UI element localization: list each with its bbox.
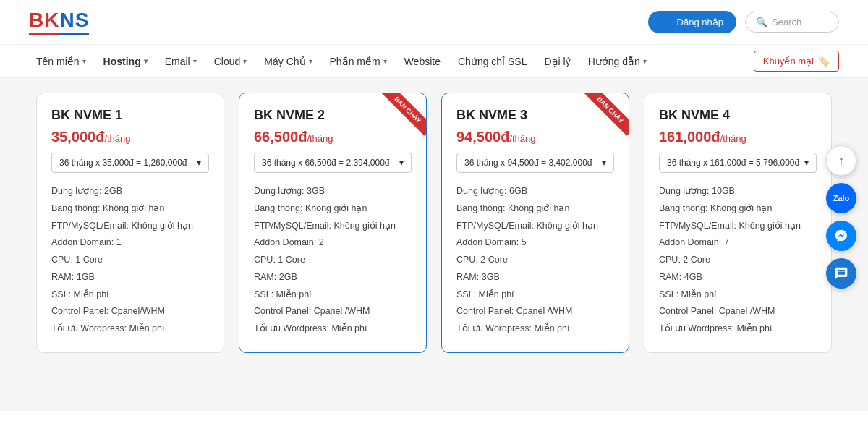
header: BKNS 👤 Đăng nhập 🔍 Search	[0, 0, 868, 45]
plan-name: BK NVME 1	[51, 108, 209, 123]
promo-label: Khuyến mại	[763, 56, 814, 67]
plan-period-selector[interactable]: 36 tháng x 35,000đ = 1,260,000đ ▾	[51, 153, 209, 173]
nav-label-phan-mem: Phần mềm	[330, 56, 380, 67]
feature-item: CPU: 2 Core	[456, 252, 614, 269]
chat-button[interactable]	[826, 258, 856, 289]
chevron-ten-mien: ▾	[82, 57, 86, 65]
feature-item: Tối ưu Wordpress: Miễn phí	[456, 320, 614, 338]
search-icon: 🔍	[756, 17, 767, 27]
nav-label-hosting: Hosting	[103, 56, 141, 67]
feature-item: SSL: Miễn phí	[254, 286, 412, 304]
feature-item: RAM: 4GB	[659, 269, 817, 286]
feature-item: RAM: 1GB	[51, 269, 209, 286]
feature-item: FTP/MySQL/Email: Không giới hạn	[254, 218, 412, 235]
feature-item: Băng thông: Không giới hạn	[659, 200, 817, 218]
feature-item: Dung lượng: 6GB	[456, 183, 614, 200]
plan-price: 161,000đ/tháng	[659, 129, 817, 145]
nav-label-website: Website	[404, 56, 441, 67]
logo-container: BKNS	[29, 9, 89, 35]
period-text: 36 tháng x 161,000đ = 5,796,000đ	[667, 158, 799, 168]
nav-item-phan-mem[interactable]: Phần mềm ▾	[323, 51, 394, 72]
plan-period-selector[interactable]: 36 tháng x 66,500đ = 2,394,000đ ▾	[254, 153, 412, 173]
feature-item: Addon Domain: 5	[456, 234, 614, 252]
period-chevron: ▾	[804, 158, 809, 168]
feature-item: Control Panel: Cpanel/WHM	[51, 303, 209, 320]
feature-item: Tối ưu Wordpress: Miễn phí	[254, 320, 412, 338]
nav-item-ssl[interactable]: Chứng chỉ SSL	[451, 51, 535, 72]
period-chevron: ▾	[197, 158, 201, 168]
plan-features-list: Dung lượng: 2GBBăng thông: Không giới hạ…	[51, 183, 209, 338]
period-text: 36 tháng x 35,000đ = 1,260,000đ	[59, 158, 187, 168]
logo-ns: NS	[59, 9, 89, 31]
nav-item-hosting[interactable]: Hosting ▾	[96, 51, 155, 72]
logo-underline	[29, 33, 89, 35]
nav-label-huong-dan: Hướng dẫn	[588, 56, 640, 67]
feature-item: Dung lượng: 10GB	[659, 183, 817, 200]
feature-item: Addon Domain: 7	[659, 234, 817, 252]
messenger-button[interactable]	[826, 221, 856, 251]
feature-item: Control Panel: Cpanel /WHM	[456, 303, 614, 320]
header-right: 👤 Đăng nhập 🔍 Search	[648, 11, 839, 33]
zalo-button[interactable]: Zalo	[826, 183, 856, 213]
feature-item: Control Panel: Cpanel /WHM	[659, 303, 817, 320]
plan-features-list: Dung lượng: 3GBBăng thông: Không giới hạ…	[254, 183, 412, 338]
nav-item-huong-dan[interactable]: Hướng dẫn ▾	[581, 51, 654, 72]
period-chevron: ▾	[399, 158, 404, 168]
float-sidebar: ↑ Zalo	[826, 145, 856, 289]
feature-item: SSL: Miễn phí	[456, 286, 614, 304]
badge-ban-chay	[578, 93, 629, 144]
period-text: 36 tháng x 94,500đ = 3,402,000đ	[464, 158, 592, 168]
chevron-email: ▾	[193, 57, 197, 65]
nav-item-may-chu[interactable]: Máy Chủ ▾	[257, 51, 319, 72]
promo-button[interactable]: Khuyến mại 🏷️	[754, 51, 839, 72]
feature-item: RAM: 3GB	[456, 269, 614, 286]
nav-label-dai-ly: Đại lý	[544, 56, 570, 67]
feature-item: Băng thông: Không giới hạn	[254, 200, 412, 218]
plan-card-nvme1: BK NVME 1 35,000đ/tháng 36 tháng x 35,00…	[36, 93, 224, 353]
plan-price-unit: /tháng	[509, 133, 535, 144]
scroll-up-button[interactable]: ↑	[826, 145, 856, 176]
feature-item: Tối ưu Wordpress: Miễn phí	[659, 320, 817, 338]
feature-item: CPU: 1 Core	[254, 252, 412, 269]
feature-item: Băng thông: Không giới hạn	[51, 200, 209, 218]
feature-item: CPU: 2 Core	[659, 252, 817, 269]
chevron-may-chu: ▾	[309, 57, 312, 65]
nav-item-website[interactable]: Website	[397, 51, 448, 72]
nav-label-email: Email	[165, 56, 190, 67]
feature-item: Tối ưu Wordpress: Miễn phí	[51, 320, 209, 338]
feature-item: FTP/MySQL/Email: Không giới hạn	[659, 218, 817, 235]
login-button[interactable]: 👤 Đăng nhập	[648, 11, 736, 33]
period-chevron: ▾	[602, 158, 606, 168]
nav-label-ssl: Chứng chỉ SSL	[458, 56, 527, 67]
feature-item: SSL: Miễn phí	[51, 286, 209, 304]
plan-price-unit: /tháng	[720, 133, 746, 144]
nav-label-may-chu: Máy Chủ	[264, 56, 305, 67]
nav-item-ten-mien[interactable]: Tên miền ▾	[29, 51, 93, 72]
badge-ban-chay	[375, 93, 426, 144]
chevron-cloud: ▾	[243, 57, 247, 65]
period-text: 36 tháng x 66,500đ = 2,394,000đ	[262, 158, 390, 168]
plan-period-selector[interactable]: 36 tháng x 94,500đ = 3,402,000đ ▾	[456, 153, 614, 173]
nav: Tên miền ▾ Hosting ▾ Email ▾ Cloud ▾ Máy…	[0, 45, 868, 78]
nav-label-cloud: Cloud	[214, 56, 241, 67]
plan-price-unit: /tháng	[104, 133, 130, 144]
feature-item: RAM: 2GB	[254, 269, 412, 286]
feature-item: SSL: Miễn phí	[659, 286, 817, 304]
nav-item-email[interactable]: Email ▾	[158, 51, 204, 72]
plan-card-nvme4: BK NVME 4 161,000đ/tháng 36 tháng x 161,…	[644, 93, 832, 353]
plan-card-nvme2: BK NVME 2 66,500đ/tháng 36 tháng x 66,50…	[239, 93, 427, 353]
logo: BKNS	[29, 9, 89, 32]
feature-item: FTP/MySQL/Email: Không giới hạn	[51, 218, 209, 235]
feature-item: Addon Domain: 1	[51, 234, 209, 252]
chevron-phan-mem: ▾	[383, 57, 387, 65]
nav-label-ten-mien: Tên miền	[36, 56, 80, 67]
chevron-hosting: ▾	[144, 57, 148, 65]
feature-item: CPU: 1 Core	[51, 252, 209, 269]
plans-grid: BK NVME 1 35,000đ/tháng 36 tháng x 35,00…	[36, 93, 832, 353]
login-label: Đăng nhập	[677, 17, 723, 27]
plan-period-selector[interactable]: 36 tháng x 161,000đ = 5,796,000đ ▾	[659, 153, 817, 173]
nav-item-dai-ly[interactable]: Đại lý	[537, 51, 577, 72]
feature-item: Dung lượng: 2GB	[51, 183, 209, 200]
search-box[interactable]: 🔍 Search	[745, 12, 839, 33]
nav-item-cloud[interactable]: Cloud ▾	[207, 51, 255, 72]
